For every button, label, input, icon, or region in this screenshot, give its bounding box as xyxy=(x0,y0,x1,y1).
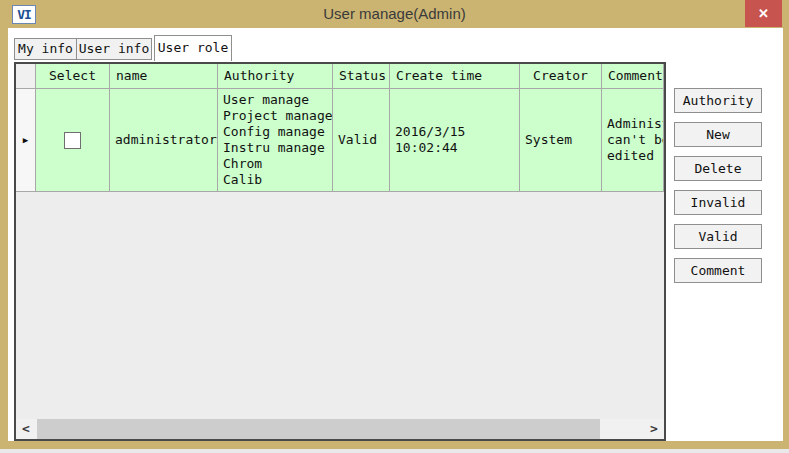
comment-line: Administ xyxy=(602,116,663,132)
authority-line: Instru manage xyxy=(218,140,332,156)
horizontal-scrollbar[interactable]: < > xyxy=(16,419,664,439)
row-comment-cell: Administ can't be edited xyxy=(602,89,664,192)
row-selector-arrow-icon: ▶ xyxy=(23,135,28,145)
authority-button[interactable]: Authority xyxy=(674,88,762,113)
tab-user-role[interactable]: User role xyxy=(154,35,232,61)
row-create-time-cell: 2016/3/15 10:02:44 xyxy=(390,89,520,192)
new-button[interactable]: New xyxy=(674,122,762,147)
row-authority-cell: User manage Project manage Config manage… xyxy=(218,89,333,192)
row-status-value: Valid xyxy=(333,132,389,148)
select-checkbox[interactable] xyxy=(64,132,81,149)
authority-line: User manage xyxy=(218,92,332,108)
delete-button[interactable]: Delete xyxy=(674,156,762,181)
close-icon[interactable]: ✕ xyxy=(745,0,782,27)
row-select-cell xyxy=(36,89,110,192)
authority-line: Chrom xyxy=(218,156,332,172)
invalid-button[interactable]: Invalid xyxy=(674,190,762,215)
valid-button[interactable]: Valid xyxy=(674,224,762,249)
create-time-line: 10:02:44 xyxy=(390,140,519,156)
row-selector-cell[interactable]: ▶ xyxy=(16,89,36,192)
comment-button[interactable]: Comment xyxy=(674,258,762,283)
comment-line: can't be xyxy=(602,132,663,148)
col-header-status[interactable]: Status xyxy=(333,64,390,89)
authority-line: Config manage xyxy=(218,124,332,140)
title-bar: VI User manage(Admin) ✕ xyxy=(0,0,789,28)
tab-user-info[interactable]: User info xyxy=(76,38,152,60)
row-status-cell: Valid xyxy=(333,89,390,192)
authority-line: Calib xyxy=(218,172,332,188)
scroll-left-icon[interactable]: < xyxy=(16,419,36,439)
tab-my-info[interactable]: My info xyxy=(14,38,77,60)
bottom-edge-strip xyxy=(0,449,789,453)
row-name-value: administrator xyxy=(110,132,217,148)
row-creator-value: System xyxy=(520,132,601,148)
row-name-cell: administrator xyxy=(110,89,218,192)
col-header-comment[interactable]: Comment xyxy=(602,64,664,89)
col-header-authority[interactable]: Authority xyxy=(218,64,333,89)
col-header-name[interactable]: name xyxy=(110,64,218,89)
row-creator-cell: System xyxy=(520,89,602,192)
col-header-select[interactable]: Select xyxy=(36,64,110,89)
window-title: User manage(Admin) xyxy=(0,0,789,28)
grid-header-row: Select name Authority Status Create time… xyxy=(16,64,664,89)
create-time-line: 2016/3/15 xyxy=(390,124,519,140)
scroll-right-icon[interactable]: > xyxy=(644,419,664,439)
user-manage-window: VI User manage(Admin) ✕ My info User inf… xyxy=(0,0,789,453)
col-header-create-time[interactable]: Create time xyxy=(390,64,520,89)
user-role-grid: Select name Authority Status Create time… xyxy=(14,62,666,441)
comment-line: edited xyxy=(602,148,663,164)
client-area: My info User info User role Select name … xyxy=(8,28,783,441)
table-row[interactable]: ▶ administrator User manage Project mana… xyxy=(16,89,664,192)
col-header-creator[interactable]: Creator xyxy=(520,64,602,89)
grid-corner-cell xyxy=(16,64,36,89)
scrollbar-thumb[interactable] xyxy=(37,419,600,439)
authority-line: Project manage xyxy=(218,108,332,124)
